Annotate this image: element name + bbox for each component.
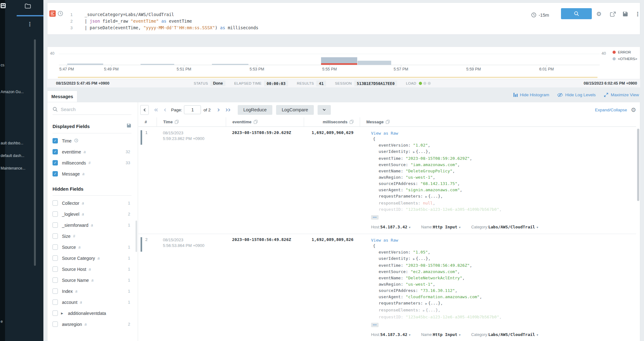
field-checkbox[interactable] <box>53 310 58 316</box>
time-range-bar[interactable] <box>58 77 597 78</box>
logreduce-button[interactable]: LogReduce <box>238 105 272 115</box>
first-page-button[interactable] <box>154 109 158 111</box>
expand-message-button[interactable]: ••• <box>371 215 379 220</box>
table-settings-gear-icon[interactable]: ⚙ <box>631 106 636 113</box>
field-checkbox[interactable]: ✓ <box>53 171 58 176</box>
copy-icon[interactable] <box>254 120 258 124</box>
field-row-source-category[interactable]: Source Categorya1 <box>47 253 138 264</box>
meta-dropdown-caret[interactable]: ▾ <box>409 226 410 229</box>
time-range-selector[interactable]: -15m <box>531 12 549 18</box>
view-as-raw-link[interactable]: View as Raw <box>371 238 398 243</box>
field-checkbox[interactable] <box>53 200 58 206</box>
json-expand-triangle[interactable]: ▶ <box>413 151 416 154</box>
field-checkbox[interactable] <box>53 244 58 250</box>
meta-dropdown-caret[interactable]: ▾ <box>409 333 410 337</box>
hide-log-levels-button[interactable]: Hide Log Levels <box>557 92 596 97</box>
share-icon[interactable] <box>610 11 616 18</box>
field-row-size[interactable]: Size# <box>47 231 138 242</box>
search-button[interactable] <box>561 8 592 19</box>
sidebar-nav-item[interactable]: Amazon Gu... <box>0 90 24 94</box>
field-row--siemforward[interactable]: _siemforwarda1 <box>47 220 138 231</box>
session-value: 513B1E7D50A17EE0 <box>354 81 397 87</box>
field-checkbox[interactable] <box>53 299 58 305</box>
histogram-bar[interactable] <box>141 64 174 65</box>
field-row-source-name[interactable]: Source Namea1 <box>47 275 138 286</box>
field-row-account[interactable]: accounta1 <box>47 297 138 308</box>
more-options-kebab-icon[interactable]: ⋮ <box>635 11 641 17</box>
hide-histogram-button[interactable]: Hide Histogram <box>514 92 549 97</box>
copy-icon[interactable] <box>350 120 353 124</box>
last-page-button[interactable] <box>225 109 231 111</box>
page-number-input[interactable] <box>184 105 201 114</box>
field-row-source-host[interactable]: Source Hosta1 <box>47 264 138 275</box>
apps-grid-icon[interactable] <box>1 3 6 9</box>
histogram-bar[interactable] <box>358 61 391 65</box>
field-checkbox[interactable] <box>53 233 58 239</box>
field-row--loglevel[interactable]: _loglevela2 <box>47 209 138 220</box>
sidebar-scrollbar[interactable] <box>34 39 36 266</box>
expand-collapse-link[interactable]: Expand/Collapse <box>595 108 627 112</box>
field-checkbox[interactable] <box>53 277 58 283</box>
field-checkbox[interactable]: ✓ <box>53 160 58 165</box>
field-row-awsregion[interactable]: awsregiona2 <box>47 319 138 330</box>
field-count: 1 <box>128 289 130 293</box>
sidebar-nav-item[interactable]: cs <box>0 63 4 67</box>
logcompare-button[interactable]: LogCompare <box>276 105 314 115</box>
sidebar-nav-item[interactable]: e <box>0 319 3 324</box>
field-checkbox[interactable] <box>53 288 58 294</box>
histogram-bar[interactable] <box>321 57 357 65</box>
query-history-clock-icon[interactable] <box>58 11 63 18</box>
axis-tick <box>257 65 257 67</box>
tab-messages[interactable]: Messages <box>47 91 77 102</box>
eye-off-icon <box>557 93 563 97</box>
sidebar-kebab-menu-icon[interactable]: ⋮ <box>27 21 33 27</box>
field-row-eventtime[interactable]: ✓eventtimea32 <box>47 146 138 157</box>
maximize-view-button[interactable]: Maximize View <box>604 92 639 97</box>
view-as-raw-link[interactable]: View as Raw <box>371 131 398 136</box>
table-scrollbar[interactable] <box>637 129 639 201</box>
log-search-icon[interactable] <box>49 10 56 18</box>
prev-page-button[interactable] <box>164 109 167 111</box>
copy-icon[interactable] <box>386 120 390 124</box>
expand-message-button[interactable]: ••• <box>371 323 379 327</box>
field-row-time[interactable]: ✓Time <box>47 135 138 146</box>
next-page-button[interactable] <box>217 109 220 111</box>
save-icon[interactable] <box>622 11 628 18</box>
meta-dropdown-caret[interactable]: ▾ <box>536 226 538 229</box>
expand-triangle-icon[interactable]: ▶ <box>61 312 63 315</box>
meta-dropdown-caret[interactable]: ▾ <box>459 226 460 229</box>
field-checkbox[interactable] <box>53 255 58 261</box>
field-row-additionaleventdata[interactable]: ▶additionaleventdata <box>47 308 138 319</box>
query-text[interactable]: _sourceCategory=Labs/AWS/CloudTrail| jso… <box>85 11 258 31</box>
folder-icon[interactable] <box>25 3 31 10</box>
settings-gear-icon[interactable]: ⚙ <box>596 10 602 17</box>
json-expand-triangle[interactable]: ▶ <box>423 309 426 312</box>
field-checkbox[interactable] <box>53 266 58 272</box>
sidebar-nav-item[interactable]: Maintenance... <box>0 166 25 170</box>
field-name: Source <box>62 245 76 250</box>
field-row-message[interactable]: ✓Messagea <box>47 168 138 179</box>
active-tab-underline <box>17 15 43 16</box>
copy-icon[interactable] <box>175 120 179 124</box>
field-checkbox[interactable]: ✓ <box>53 149 58 154</box>
sidebar-nav-item[interactable]: default dash... <box>0 154 24 158</box>
meta-dropdown-caret[interactable]: ▾ <box>459 333 460 337</box>
fields-scrollbar[interactable] <box>136 221 137 252</box>
histogram-bar[interactable] <box>212 64 248 65</box>
meta-dropdown-caret[interactable]: ▾ <box>536 333 538 337</box>
save-fields-icon[interactable] <box>126 123 131 129</box>
field-search-input[interactable] <box>61 107 120 112</box>
histogram-bar[interactable] <box>67 64 103 65</box>
field-checkbox[interactable] <box>53 211 58 217</box>
back-button[interactable] <box>140 105 149 115</box>
sidebar-nav-item[interactable]: ault dashbo... <box>0 141 23 145</box>
field-checkbox[interactable] <box>53 321 58 327</box>
field-row-source[interactable]: Sourcea1 <box>47 242 138 253</box>
field-checkbox[interactable] <box>53 222 58 228</box>
field-row-milliseconds[interactable]: ✓milliseconds#33 <box>47 157 138 168</box>
logcompare-dropdown-button[interactable] <box>318 105 331 115</box>
field-row-collector[interactable]: Collectora1 <box>47 198 138 209</box>
field-row-index[interactable]: Indexa1 <box>47 286 138 297</box>
field-checkbox[interactable]: ✓ <box>53 138 58 143</box>
json-expand-triangle[interactable]: ▶ <box>413 258 416 260</box>
